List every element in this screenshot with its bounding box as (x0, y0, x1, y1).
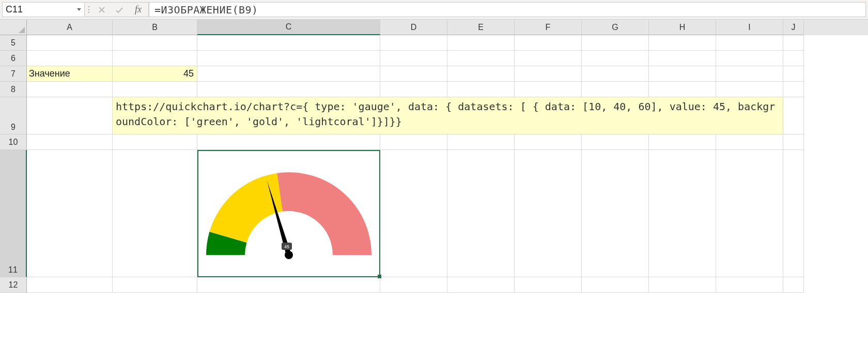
cell-C5[interactable] (197, 35, 380, 51)
cell-E6[interactable] (447, 51, 515, 66)
cell-A9[interactable] (27, 97, 113, 134)
cell-E10[interactable] (447, 134, 515, 150)
cell-I11[interactable] (716, 150, 783, 277)
cell-G12[interactable] (582, 277, 649, 293)
cell-G5[interactable] (582, 35, 649, 51)
select-all-corner[interactable] (0, 20, 27, 35)
cell-D10[interactable] (380, 134, 447, 150)
cell-F8[interactable] (515, 82, 582, 97)
cell-F5[interactable] (515, 35, 582, 51)
cell-I7[interactable] (716, 66, 783, 82)
cell-I12[interactable] (716, 277, 783, 293)
cell-B9-merged[interactable]: https://quickchart.io/chart?c={ type: 'g… (113, 97, 783, 134)
cell-D5[interactable] (380, 35, 447, 51)
row-header-7[interactable]: 7 (0, 66, 27, 82)
cell-A11[interactable] (27, 150, 113, 277)
cell-C12[interactable] (197, 277, 380, 293)
formula-input[interactable]: =ИЗОБРАЖЕНИЕ(B9) (149, 2, 866, 17)
cell-F12[interactable] (515, 277, 582, 293)
col-header-H[interactable]: H (649, 20, 716, 35)
cell-I5[interactable] (716, 35, 783, 51)
cell-H8[interactable] (649, 82, 716, 97)
cell-G6[interactable] (582, 51, 649, 66)
cell-H6[interactable] (649, 51, 716, 66)
cell-J12[interactable] (783, 277, 804, 293)
col-header-J[interactable]: J (783, 20, 804, 35)
name-box[interactable]: C11 (2, 2, 85, 17)
row-header-10[interactable]: 10 (0, 134, 27, 150)
cell-B10[interactable] (113, 134, 197, 150)
cell-G10[interactable] (582, 134, 649, 150)
cell-C7[interactable] (197, 66, 380, 82)
cell-B5[interactable] (113, 35, 197, 51)
row-header-6[interactable]: 6 (0, 51, 27, 66)
cell-A10[interactable] (27, 134, 113, 150)
cell-E11[interactable] (447, 150, 515, 277)
col-header-I[interactable]: I (716, 20, 783, 35)
cell-C8[interactable] (197, 82, 380, 97)
cell-D11[interactable] (380, 150, 447, 277)
cell-B6[interactable] (113, 51, 197, 66)
cell-J8[interactable] (783, 82, 804, 97)
col-header-F[interactable]: F (515, 20, 582, 35)
cell-F6[interactable] (515, 51, 582, 66)
cell-E8[interactable] (447, 82, 515, 97)
row-header-11[interactable]: 11 (0, 150, 27, 277)
cell-F7[interactable] (515, 66, 582, 82)
cell-B8[interactable] (113, 82, 197, 97)
row-header-5[interactable]: 5 (0, 35, 27, 51)
cell-H7[interactable] (649, 66, 716, 82)
cell-F11[interactable] (515, 150, 582, 277)
cell-J9[interactable] (783, 97, 804, 134)
cell-E7[interactable] (447, 66, 515, 82)
cell-H11[interactable] (649, 150, 716, 277)
cell-H5[interactable] (649, 35, 716, 51)
cell-A8[interactable] (27, 82, 113, 97)
cell-B12[interactable] (113, 277, 197, 293)
cell-G8[interactable] (582, 82, 649, 97)
cell-D6[interactable] (380, 51, 447, 66)
row-header-9[interactable]: 9 (0, 97, 27, 134)
cell-C10[interactable] (197, 134, 380, 150)
col-header-A[interactable]: A (27, 20, 113, 35)
cancel-button[interactable] (93, 3, 111, 17)
cell-J6[interactable] (783, 51, 804, 66)
col-header-D[interactable]: D (380, 20, 447, 35)
col-header-G[interactable]: G (582, 20, 649, 35)
fx-button[interactable]: fx (128, 3, 149, 17)
fill-handle[interactable] (378, 275, 381, 278)
cell-I8[interactable] (716, 82, 783, 97)
cell-H12[interactable] (649, 277, 716, 293)
cell-G11[interactable] (582, 150, 649, 277)
cell-C11-selected[interactable]: 45 (197, 150, 380, 277)
cell-J11[interactable] (783, 150, 804, 277)
enter-button[interactable] (111, 3, 128, 17)
cell-C6[interactable] (197, 51, 380, 66)
row-header-8[interactable]: 8 (0, 82, 27, 97)
cell-G7[interactable] (582, 66, 649, 82)
cell-D8[interactable] (380, 82, 447, 97)
cell-I6[interactable] (716, 51, 783, 66)
dropdown-icon[interactable] (77, 8, 81, 11)
row-header-12[interactable]: 12 (0, 277, 27, 293)
cell-A12[interactable] (27, 277, 113, 293)
cell-B7[interactable]: 45 (113, 66, 197, 82)
cell-F10[interactable] (515, 134, 582, 150)
cell-H10[interactable] (649, 134, 716, 150)
cell-E5[interactable] (447, 35, 515, 51)
cell-D12[interactable] (380, 277, 447, 293)
cell-B11[interactable] (113, 150, 197, 277)
col-header-B[interactable]: B (113, 20, 197, 35)
cell-E12[interactable] (447, 277, 515, 293)
cell-J5[interactable] (783, 35, 804, 51)
cell-D7[interactable] (380, 66, 447, 82)
col-header-E[interactable]: E (447, 20, 515, 35)
cell-A7[interactable]: Значение (27, 66, 113, 82)
cell-I10[interactable] (716, 134, 783, 150)
cell-J7[interactable] (783, 66, 804, 82)
name-box-value: C11 (6, 4, 23, 15)
cell-A5[interactable] (27, 35, 113, 51)
col-header-C[interactable]: C (197, 20, 380, 35)
cell-A6[interactable] (27, 51, 113, 66)
cell-J10[interactable] (783, 134, 804, 150)
